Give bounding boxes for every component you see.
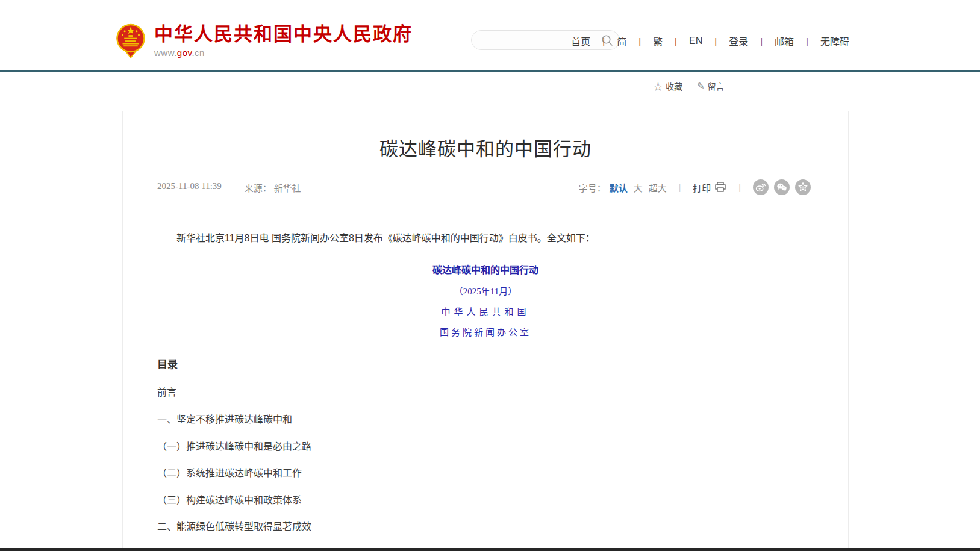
article-meta-row: 2025-11-08 11:39 来源： 新华社 字号： 默认大超大 | 打印 … bbox=[157, 179, 811, 196]
source-label: 来源： bbox=[245, 184, 272, 193]
article-toolbar: 字号： 默认大超大 | 打印 | bbox=[579, 179, 811, 195]
toc-heading: 目录 bbox=[157, 356, 814, 371]
site-url-prefix: www. bbox=[154, 48, 177, 58]
message-label: 留言 bbox=[708, 80, 725, 92]
national-emblem-icon bbox=[114, 23, 147, 59]
document-issuer-line-2: 国务院新闻办公室 bbox=[157, 325, 814, 338]
font-size-option[interactable]: 超大 bbox=[649, 181, 667, 194]
font-size-option[interactable]: 默认 bbox=[610, 181, 628, 194]
document-title: 碳达峰碳中和的中国行动 bbox=[157, 262, 814, 276]
top-nav-item-label[interactable]: 邮箱 bbox=[775, 34, 794, 48]
top-nav-item[interactable]: 简 bbox=[596, 34, 632, 48]
printer-icon bbox=[714, 182, 726, 193]
article-body: 新华社北京11月8日电 国务院新闻办公室8日发布《碳达峰碳中和的中国行动》白皮书… bbox=[157, 232, 814, 551]
site-url-domain: gov bbox=[177, 48, 192, 58]
document-issuer-line-1: 中华人民共和国 bbox=[157, 305, 814, 317]
toolbar-separator: | bbox=[738, 182, 741, 192]
site-url: www.gov.cn bbox=[154, 48, 413, 58]
share-buttons bbox=[753, 179, 811, 195]
font-size-options: 默认大超大 bbox=[610, 181, 667, 194]
top-nav-item-label[interactable]: EN bbox=[689, 36, 702, 46]
site-url-suffix: .cn bbox=[192, 48, 205, 58]
site-title: 中华人民共和国中央人民政府 bbox=[154, 24, 413, 45]
top-nav-item[interactable]: 首页 bbox=[571, 34, 596, 48]
font-size-option[interactable]: 大 bbox=[634, 181, 643, 194]
star-share-icon[interactable] bbox=[795, 179, 811, 195]
site-header: 中华人民共和国中央人民政府 www.gov.cn 首页简繁EN登录邮箱无障碍 bbox=[0, 0, 980, 70]
favorite-label: 收藏 bbox=[666, 80, 682, 92]
document-date-line: （2025年11月） bbox=[157, 284, 814, 297]
message-button[interactable]: ✎ 留言 bbox=[697, 79, 725, 92]
toc-item: 前言 bbox=[157, 387, 814, 398]
toc-list: 前言一、坚定不移推进碳达峰碳中和（一）推进碳达峰碳中和是必由之路（二）系统推进碳… bbox=[157, 387, 814, 551]
meta-divider-line bbox=[154, 205, 811, 205]
top-nav-item-label[interactable]: 繁 bbox=[653, 34, 663, 48]
toc-item: （二）系统推进碳达峰碳中和工作 bbox=[157, 468, 814, 479]
pencil-icon: ✎ bbox=[697, 81, 705, 92]
star-outline-icon: ☆ bbox=[654, 79, 663, 92]
toc-item: 二、能源绿色低碳转型取得显著成效 bbox=[157, 521, 814, 532]
brand-text: 中华人民共和国中央人民政府 www.gov.cn bbox=[154, 24, 413, 57]
top-nav-item[interactable]: EN bbox=[669, 36, 708, 46]
top-nav-item[interactable]: 登录 bbox=[708, 34, 754, 48]
font-size-label: 字号： bbox=[579, 181, 606, 194]
top-nav-item-label[interactable]: 首页 bbox=[571, 34, 590, 48]
top-nav-item[interactable]: 繁 bbox=[632, 34, 669, 48]
publish-date: 2025-11-08 11:39 bbox=[157, 181, 222, 194]
wechat-share-icon[interactable] bbox=[774, 179, 790, 195]
viewport-bottom-edge bbox=[0, 548, 980, 551]
toolbar-separator: | bbox=[679, 182, 681, 192]
top-nav-item[interactable]: 无障碍 bbox=[800, 34, 855, 48]
gov-cn-whitepaper-page: { "header": { "site_title": "中华人民共和国中央人民… bbox=[0, 0, 980, 551]
article-meta-left: 2025-11-08 11:39 来源： 新华社 bbox=[157, 181, 301, 194]
site-brand[interactable]: 中华人民共和国中央人民政府 www.gov.cn bbox=[114, 23, 413, 59]
source-value: 新华社 bbox=[274, 184, 301, 193]
print-button[interactable]: 打印 bbox=[693, 181, 726, 194]
favorite-button[interactable]: ☆ 收藏 bbox=[654, 79, 682, 92]
weibo-share-icon[interactable] bbox=[753, 179, 769, 195]
print-label: 打印 bbox=[693, 181, 711, 194]
lead-paragraph: 新华社北京11月8日电 国务院新闻办公室8日发布《碳达峰碳中和的中国行动》白皮书… bbox=[157, 232, 814, 245]
page-title: 碳达峰碳中和的中国行动 bbox=[123, 134, 848, 161]
article-card: 碳达峰碳中和的中国行动 2025-11-08 11:39 来源： 新华社 字号：… bbox=[122, 111, 849, 551]
article-source: 来源： 新华社 bbox=[245, 181, 301, 194]
top-nav-item-label[interactable]: 简 bbox=[617, 34, 626, 48]
toc-item: 一、坚定不移推进碳达峰碳中和 bbox=[157, 414, 814, 425]
quick-action-bar: ☆ 收藏 ✎ 留言 bbox=[654, 79, 725, 92]
top-nav-item-label[interactable]: 无障碍 bbox=[820, 34, 849, 48]
top-nav-item-label[interactable]: 登录 bbox=[729, 34, 748, 48]
top-nav-item[interactable]: 邮箱 bbox=[754, 34, 800, 48]
header-divider-line bbox=[0, 70, 980, 72]
toc-item: （三）构建碳达峰碳中和政策体系 bbox=[157, 495, 814, 506]
toc-item: （一）推进碳达峰碳中和是必由之路 bbox=[157, 441, 814, 452]
top-navigation: 首页简繁EN登录邮箱无障碍 bbox=[571, 34, 855, 48]
